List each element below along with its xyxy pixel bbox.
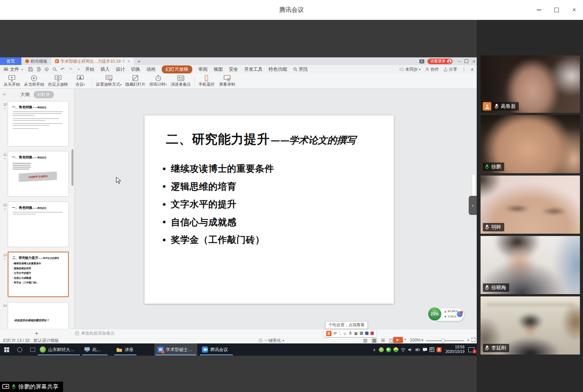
hide-slide-button[interactable]: 隐藏幻灯片	[123, 74, 148, 88]
speaker-notes-button[interactable]: 演讲者备注	[169, 74, 193, 88]
wps-tab-home[interactable]: 首页	[0, 57, 21, 65]
slide-thumbnail-11[interactable]: 一、角色转换——寻找定位 自信教养·主动联动	[8, 151, 69, 197]
rehearse-timing-button[interactable]: 排练计时▾	[148, 74, 169, 88]
taskbar-item-folder[interactable]: 讲座	[113, 343, 138, 356]
fit-screen-button[interactable]	[471, 338, 476, 343]
action-center-icon[interactable]: 1	[468, 347, 474, 352]
ribbon-tab-view[interactable]: 视图	[214, 66, 223, 73]
search-button[interactable]	[15, 344, 24, 355]
meeting-button[interactable]: 会议▾	[70, 74, 91, 88]
notes-input[interactable]: 单击此处添加备注	[75, 330, 115, 336]
video-tile-4[interactable]: 徐晓梅	[481, 236, 580, 294]
beautify-button[interactable]: 一键美化▾	[258, 338, 284, 343]
guest-login-button[interactable]: 访客登录	[427, 59, 453, 64]
current-slide[interactable]: 二、研究能力提升——学术论文的撰写 继续攻读博士的重要条件 逻辑思维的培育 文字…	[145, 115, 394, 304]
ime-lang-mode[interactable]: 中	[333, 331, 337, 336]
ime-emoji-icon[interactable]: ☺	[343, 331, 347, 335]
maximize-button[interactable]	[548, 0, 565, 20]
ribbon-tab-start[interactable]: 开始	[85, 66, 94, 73]
tray-wechat-icon[interactable]	[386, 347, 391, 352]
ime-mic-icon[interactable]	[349, 331, 352, 336]
normal-view-icon[interactable]: ▦	[371, 338, 377, 343]
slide-thumbnail-10[interactable]: 一、角色转换——寻找定位	[8, 101, 69, 146]
share-button[interactable]: 分享	[443, 67, 457, 72]
collaborate-button[interactable]: 协作	[425, 67, 439, 72]
wps-restore-button[interactable]	[464, 59, 468, 63]
task-view-button[interactable]	[28, 344, 37, 355]
new-tab-button[interactable]: +	[134, 57, 145, 65]
preview-icon[interactable]	[52, 67, 57, 72]
collapse-ribbon-icon[interactable]: ∧	[471, 67, 474, 72]
tab-close-icon[interactable]: ×	[127, 59, 130, 63]
phone-remote-button[interactable]: 手机遥控	[196, 74, 217, 88]
slideshow-play-button[interactable]	[393, 337, 403, 343]
wps-tab-document[interactable]: P 学术型硕士研究生...力提升10.19 ⚲ ×	[51, 57, 134, 65]
ime-punct-icon[interactable]: ’,	[339, 331, 341, 335]
ribbon-tab-devtools[interactable]: 开发工具	[244, 66, 263, 73]
zoom-slider[interactable]	[426, 340, 464, 341]
panel-tab-outline[interactable]: 大纲	[21, 91, 30, 98]
ribbon-tab-review[interactable]: 审阅	[198, 66, 208, 73]
ribbon-tab-transition[interactable]: 切换	[131, 66, 140, 73]
taskbar-item-browser[interactable]: 山东财经大学 - 36...	[37, 343, 81, 356]
panel-scrollbar[interactable]	[71, 149, 73, 186]
close-button[interactable]: ×	[565, 0, 583, 20]
wps-close-button[interactable]: ×	[472, 59, 475, 64]
slide-thumbnail-12[interactable]: 一、角色转换——寻找定位	[8, 202, 69, 247]
video-tile-2[interactable]: 徐鹏	[481, 115, 580, 173]
play-from-current-button[interactable]: 从当前开始	[22, 74, 46, 88]
wifi-icon[interactable]	[401, 347, 406, 352]
custom-slideshow-button[interactable]: 自定义放映	[46, 74, 70, 88]
network-speed-widget[interactable]: 23% 80.8K/s 3.0K/s	[427, 307, 464, 322]
sogou-ime-bar[interactable]: S 中 ’, ☺ ▦	[324, 330, 376, 337]
notes-view-icon[interactable]: ▤	[363, 338, 367, 343]
speaker-icon[interactable]	[408, 347, 413, 352]
sorter-view-icon[interactable]: ⊞	[381, 338, 385, 343]
zoom-in-button[interactable]: ＋	[466, 337, 471, 343]
chat-bubble-icon[interactable]	[422, 347, 427, 352]
design-template[interactable]: 默认设计模板	[34, 338, 59, 343]
minimize-button[interactable]	[530, 0, 548, 20]
ime-skin-icon[interactable]	[360, 332, 363, 335]
ribbon-tab-features[interactable]: 特色功能	[269, 66, 287, 73]
tray-ime-indicator[interactable]: 中	[430, 347, 434, 352]
ribbon-tab-security[interactable]: 安全	[229, 66, 238, 73]
tray-expand-icon[interactable]: ∧	[373, 348, 376, 352]
read-view-icon[interactable]: ◫	[389, 338, 393, 343]
wps-tab-docer[interactable]: 稻壳模板	[21, 57, 51, 65]
video-tile-5[interactable]: 李廷刚	[481, 296, 580, 355]
ribbon-tab-slideshow[interactable]: 幻灯片放映	[162, 65, 192, 73]
zoom-out-button[interactable]: −	[421, 337, 424, 342]
find-button[interactable]: 查找	[293, 66, 308, 73]
accelerate-button[interactable]	[457, 311, 463, 317]
taskbar-item-thispc[interactable]: 此电脑	[81, 343, 109, 356]
sogou-logo-icon[interactable]: S	[326, 331, 331, 336]
ribbon-tab-design[interactable]: 设计	[116, 66, 125, 73]
zoom-slider-knob[interactable]	[441, 339, 445, 343]
save-icon[interactable]	[28, 67, 33, 72]
export-icon[interactable]	[44, 67, 49, 72]
memory-ball[interactable]: 23%	[427, 307, 442, 321]
sync-status-button[interactable]: 未同步▾	[399, 67, 421, 72]
slide-canvas[interactable]: 二、研究能力提升——学术论文的撰写 继续攻读博士的重要条件 逻辑思维的培育 文字…	[75, 89, 477, 329]
tray-sogou-icon[interactable]: S	[437, 347, 442, 352]
quickbar-caret-icon[interactable]: ▾	[76, 67, 81, 72]
ime-keyboard-icon[interactable]: ▦	[354, 331, 357, 335]
file-menu-button[interactable]: 文件∨	[0, 66, 26, 73]
taskbar-item-meeting[interactable]: 腾讯会议	[199, 343, 234, 356]
add-slide-button[interactable]: ＋	[34, 330, 39, 337]
screen-record-button[interactable]: 屏幕录制	[217, 74, 237, 88]
tray-clock[interactable]: 19:56 2020/10/19	[445, 345, 464, 354]
video-tile-3[interactable]: 明眸	[481, 176, 580, 234]
battery-icon[interactable]	[415, 347, 420, 352]
video-tile-1[interactable]: 高鲁新	[481, 55, 580, 113]
slide-thumbnail-13-selected[interactable]: 二、研究能力提升——学术论文的撰写 · 继续攻读博士的重要条件 · 逻辑思维的培…	[8, 252, 69, 297]
tray-360-icon[interactable]	[379, 347, 384, 352]
start-button[interactable]	[2, 344, 11, 355]
ribbon-tab-animation[interactable]: 动画	[146, 66, 156, 73]
ribbon-tab-insert[interactable]: 插入	[101, 66, 110, 73]
play-from-start-button[interactable]: 从头开始	[2, 74, 22, 88]
more-menu-icon[interactable]: ⋮	[462, 67, 466, 72]
tray-ball-icon[interactable]	[393, 347, 398, 352]
expand-panel-chevron[interactable]: ›	[469, 196, 477, 215]
